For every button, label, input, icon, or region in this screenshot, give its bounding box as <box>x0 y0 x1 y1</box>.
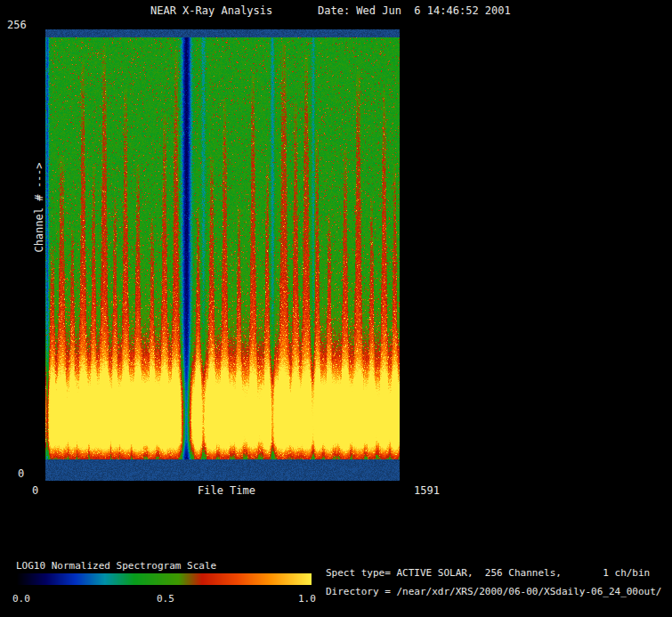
x-axis-tick-max: 1591 <box>414 484 440 497</box>
page-title: NEAR X-Ray Analysis <box>150 4 272 17</box>
directory-line: Directory = /near/xdr/XRS/2000/06-00/XSd… <box>326 586 662 598</box>
colorbar-tick-mid: 0.5 <box>157 593 174 605</box>
colorbar-tick-max: 1.0 <box>298 593 316 605</box>
x-axis-label: File Time <box>198 484 255 497</box>
y-axis-tick-max: 256 <box>7 19 27 31</box>
spect-type-line: Spect type= ACTIVE SOLAR, 256 Channels, … <box>326 567 650 580</box>
date-label: Date: Wed Jun 6 14:46:52 2001 <box>318 4 511 17</box>
colorbar-tick-min: 0.0 <box>12 593 30 605</box>
colorbar-label: LOG10 Normalized Spectrogram Scale <box>16 560 216 572</box>
spectrogram-canvas <box>45 29 400 481</box>
x-axis-tick-min: 0 <box>32 484 38 497</box>
y-axis-tick-min: 0 <box>18 467 24 480</box>
colorbar-gradient <box>16 573 312 585</box>
near-xray-analysis-window: NEAR X-Ray Analysis Date: Wed Jun 6 14:4… <box>0 0 672 617</box>
y-axis-label: Channel # ---> <box>33 162 45 252</box>
